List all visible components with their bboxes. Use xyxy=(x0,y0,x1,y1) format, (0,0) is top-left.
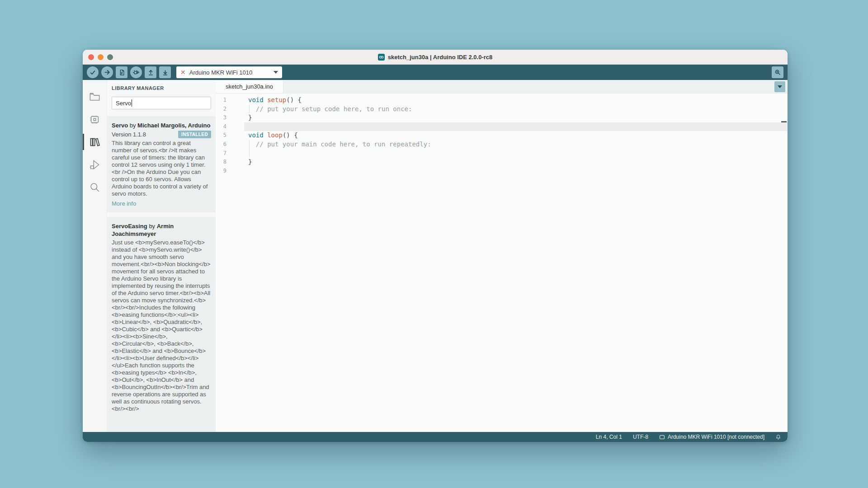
board-status-label: Arduino MKR WiFi 1010 [not connected] xyxy=(668,434,764,440)
line-number: 1 xyxy=(216,96,244,105)
magnifier-icon xyxy=(774,69,781,76)
search-input-value: Servo xyxy=(116,100,131,107)
library-entry-servoeasing[interactable]: ServoEasing by Armin Joachimsmeyer Just … xyxy=(107,217,216,432)
activity-bar xyxy=(83,80,107,432)
window-title: sketch_jun30a | Arduino IDE 2.0.0-rc8 xyxy=(388,54,492,61)
sidebar-item-debug[interactable] xyxy=(83,153,107,176)
library-search-input[interactable]: Servo xyxy=(112,97,211,109)
board-status[interactable]: Arduino MKR WiFi 1010 [not connected] xyxy=(659,434,764,440)
books-icon xyxy=(89,136,101,148)
library-entry-servo[interactable]: Servo by Michael Margolis, Arduino Versi… xyxy=(107,116,216,212)
tab-label: sketch_jun30a.ino xyxy=(226,83,273,90)
library-description: Just use <b>myServo.easeTo()</b> instead… xyxy=(112,239,211,413)
line-number: 3 xyxy=(216,113,244,122)
arrow-right-icon xyxy=(104,69,111,76)
toolbar: ✕ Arduino MKR WiFi 1010 xyxy=(83,65,788,80)
line-number: 4 xyxy=(216,122,244,131)
library-description: This library can control a great number … xyxy=(112,140,211,197)
zoom-button[interactable] xyxy=(107,54,113,60)
overview-ruler-cursor-mark xyxy=(781,121,787,122)
chevron-down-icon xyxy=(778,85,782,88)
chevron-down-icon xyxy=(274,71,278,74)
close-button[interactable] xyxy=(88,54,94,60)
document-icon xyxy=(118,69,125,76)
titlebar: sketch_jun30a | Arduino IDE 2.0.0-rc8 xyxy=(83,50,788,65)
debug-play-icon xyxy=(89,159,101,171)
line-number: 6 xyxy=(216,140,244,149)
tab-bar: sketch_jun30a.ino xyxy=(216,80,788,94)
line-number: 7 xyxy=(216,149,244,158)
code-editor[interactable]: 1void setup() {2 // put your setup code … xyxy=(216,94,788,432)
notifications-button[interactable] xyxy=(775,434,781,440)
tab-sketch-jun30a[interactable]: sketch_jun30a.ino xyxy=(216,80,283,93)
text-caret xyxy=(132,99,132,107)
arduino-ide-window: sketch_jun30a | Arduino IDE 2.0.0-rc8 xyxy=(83,50,788,442)
code-line: 5void loop() { xyxy=(216,131,788,140)
encoding: UTF-8 xyxy=(633,434,648,440)
library-manager-panel: LIBRARY MANAGER Servo Servo by Michael M… xyxy=(107,80,216,432)
sidebar-item-library-manager[interactable] xyxy=(83,131,107,153)
editor-dropdown-button[interactable] xyxy=(774,81,785,92)
traffic-lights xyxy=(88,54,113,60)
sidebar-item-boards-manager[interactable] xyxy=(83,108,107,131)
library-title: Servo by Michael Margolis, Arduino xyxy=(112,122,211,129)
sidebar-item-sketchbook[interactable] xyxy=(83,85,107,108)
board-selector-label: Arduino MKR WiFi 1010 xyxy=(189,69,270,76)
main-area: LIBRARY MANAGER Servo Servo by Michael M… xyxy=(83,80,788,432)
arrow-up-tray-icon xyxy=(147,69,154,76)
line-number: 5 xyxy=(216,131,244,140)
code-line: 9 xyxy=(216,167,788,176)
line-number: 9 xyxy=(216,167,244,176)
code-line: 3} xyxy=(216,113,788,122)
code-line: 8} xyxy=(216,158,788,167)
code-line: 7 xyxy=(216,149,788,158)
code-lines: 1void setup() {2 // put your setup code … xyxy=(216,96,788,175)
more-info-link[interactable]: More info xyxy=(112,200,211,207)
titlebar-center: sketch_jun30a | Arduino IDE 2.0.0-rc8 xyxy=(83,54,788,61)
desktop: { "window": { "title": "sketch_jun30a | … xyxy=(0,0,868,488)
code-line: 2 // put your setup code here, to run on… xyxy=(216,105,788,114)
search-icon xyxy=(89,181,101,193)
board-disconnected-icon: ✕ xyxy=(180,69,186,75)
folder-icon xyxy=(89,91,101,103)
upload-button[interactable] xyxy=(101,66,113,78)
arrow-down-tray-icon xyxy=(162,69,169,76)
check-icon xyxy=(89,69,96,76)
new-sketch-button[interactable] xyxy=(116,66,127,78)
import-button[interactable] xyxy=(159,66,171,78)
code-line: 4 xyxy=(216,122,788,131)
status-bar: Ln 4, Col 1 UTF-8 Arduino MKR WiFi 1010 … xyxy=(83,432,788,442)
minimize-button[interactable] xyxy=(98,54,104,60)
code-line: 6 // put your main code here, to run rep… xyxy=(216,140,788,149)
bug-icon xyxy=(132,69,140,76)
installed-badge: INSTALLED xyxy=(178,131,211,138)
cursor-position: Ln 4, Col 1 xyxy=(596,434,622,440)
library-title: ServoEasing by Armin Joachimsmeyer xyxy=(112,222,211,238)
debug-button[interactable] xyxy=(130,66,142,78)
sidebar-item-search[interactable] xyxy=(83,176,107,198)
chip-icon xyxy=(89,113,101,126)
line-number: 8 xyxy=(216,158,244,167)
code-line: 1void setup() { xyxy=(216,96,788,105)
board-selector[interactable]: ✕ Arduino MKR WiFi 1010 xyxy=(176,66,282,78)
export-button[interactable] xyxy=(145,66,156,78)
serial-monitor-button[interactable] xyxy=(772,66,783,78)
app-icon xyxy=(378,54,385,61)
verify-button[interactable] xyxy=(87,66,99,78)
editor-group: sketch_jun30a.ino 1void setup() {2 // pu… xyxy=(216,80,788,432)
board-icon xyxy=(659,435,665,440)
library-version: Version 1.1.8 xyxy=(112,131,146,138)
line-number: 2 xyxy=(216,105,244,114)
bell-icon xyxy=(775,434,781,440)
panel-title: LIBRARY MANAGER xyxy=(112,85,216,91)
